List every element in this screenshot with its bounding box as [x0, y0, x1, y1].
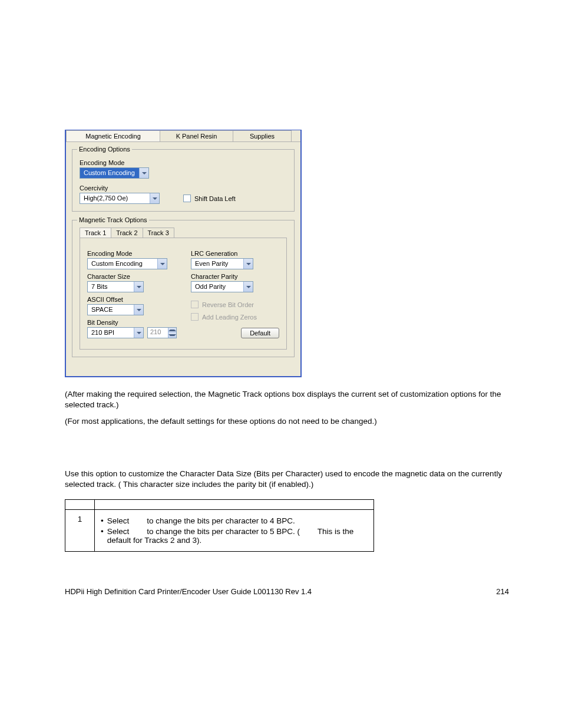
coercivity-value: High(2,750 Oe) [80, 193, 150, 203]
chevron-down-icon[interactable] [157, 259, 167, 269]
char-size-label: Character Size [87, 273, 177, 280]
track-tabstrip: Track 1 Track 2 Track 3 [80, 228, 287, 238]
bit-density-value: 210 BPI [88, 328, 134, 338]
note-2: (For most applications, the default sett… [65, 416, 509, 427]
top-tabstrip: Magnetic Encoding K Panel Resin Supplies [66, 130, 300, 142]
procedure-table: 1 • Select to change the bits per charac… [65, 499, 374, 552]
char-size-value: 7 Bits [88, 282, 134, 292]
group-legend: Magnetic Track Options [77, 216, 149, 223]
reverse-bit-order-checkbox: Reverse Bit Order [191, 301, 254, 308]
chevron-down-icon[interactable] [139, 168, 148, 178]
footer-left: HDPii High Definition Card Printer/Encod… [65, 587, 312, 596]
tab-track-3[interactable]: Track 3 [143, 228, 174, 238]
bit-density-spinner[interactable]: 210 [147, 327, 177, 338]
track-pane: Encoding Mode Custom Encoding Character … [80, 238, 287, 350]
bullet-icon: • [101, 527, 104, 545]
table-header-procedure [95, 500, 374, 510]
spinner-up-icon[interactable] [168, 328, 176, 333]
tab-track-2[interactable]: Track 2 [111, 228, 143, 238]
checkbox-box [183, 195, 191, 202]
table-row [65, 500, 374, 510]
table-row: 1 • Select to change the bits per charac… [65, 510, 374, 552]
bit-density-combo[interactable]: 210 BPI [87, 327, 144, 338]
encoding-mode-combo[interactable]: Custom Encoding [80, 167, 149, 179]
lrc-generation-value: Even Parity [191, 259, 243, 269]
ascii-offset-combo[interactable]: SPACE [87, 304, 144, 315]
page-number: 214 [496, 587, 509, 596]
default-button[interactable]: Default [241, 328, 279, 338]
bit-density-spin-value: 210 [148, 328, 168, 338]
ascii-offset-value: SPACE [88, 305, 134, 315]
lrc-generation-combo[interactable]: Even Parity [191, 258, 253, 269]
checkbox-box [191, 301, 199, 308]
chevron-down-icon[interactable] [134, 328, 143, 338]
tab-k-panel-resin[interactable]: K Panel Resin [160, 130, 233, 141]
char-parity-combo[interactable]: Odd Parity [191, 281, 253, 292]
encoding-mode-label: Encoding Mode [80, 159, 287, 166]
char-size-combo[interactable]: 7 Bits [87, 281, 144, 292]
ascii-offset-label: ASCII Offset [87, 296, 177, 303]
char-parity-label: Character Parity [191, 273, 279, 280]
table-header-step [65, 500, 95, 510]
tab-supplies[interactable]: Supplies [233, 130, 292, 141]
chevron-down-icon[interactable] [134, 305, 143, 315]
note-1: (After making the required selection, th… [65, 389, 509, 410]
tab-track-1[interactable]: Track 1 [80, 228, 111, 238]
char-parity-value: Odd Parity [191, 282, 243, 292]
bullet-icon: • [101, 516, 104, 525]
shift-data-left-label: Shift Data Left [194, 195, 236, 202]
chevron-down-icon[interactable] [243, 259, 253, 269]
checkbox-box [191, 313, 199, 321]
step-number: 1 [65, 510, 95, 552]
chevron-down-icon[interactable] [243, 282, 253, 292]
reverse-bit-order-label: Reverse Bit Order [202, 301, 254, 308]
group-magnetic-track-options: Magnetic Track Options Track 1 Track 2 T… [72, 220, 295, 357]
chevron-down-icon[interactable] [150, 193, 159, 203]
chevron-down-icon[interactable] [134, 282, 143, 292]
encoding-mode-value: Custom Encoding [80, 168, 139, 178]
bit-density-label: Bit Density [87, 319, 177, 326]
dialog-window: Magnetic Encoding K Panel Resin Supplies… [65, 130, 302, 377]
spinner-down-icon[interactable] [168, 333, 176, 338]
coercivity-combo[interactable]: High(2,750 Oe) [80, 193, 160, 204]
group-encoding-options: Encoding Options Encoding Mode Custom En… [72, 149, 295, 212]
shift-data-left-checkbox[interactable]: Shift Data Left [183, 195, 236, 202]
page-footer: HDPii High Definition Card Printer/Encod… [65, 587, 509, 596]
section-intro: Use this option to customize the Charact… [65, 469, 509, 490]
step-procedure: • Select to change the bits per characte… [95, 510, 374, 552]
group-legend: Encoding Options [77, 146, 132, 153]
add-leading-zeros-label: Add Leading Zeros [202, 314, 257, 321]
tab-magnetic-encoding[interactable]: Magnetic Encoding [66, 130, 160, 141]
add-leading-zeros-checkbox: Add Leading Zeros [191, 313, 257, 321]
track-encoding-mode-combo[interactable]: Custom Encoding [87, 258, 167, 269]
coercivity-label: Coercivity [80, 185, 287, 192]
lrc-generation-label: LRC Generation [191, 250, 279, 257]
track-encoding-mode-value: Custom Encoding [88, 259, 157, 269]
track-encoding-mode-label: Encoding Mode [87, 250, 177, 257]
